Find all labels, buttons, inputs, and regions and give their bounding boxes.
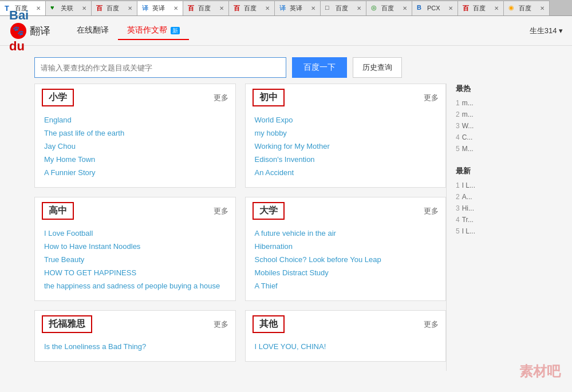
daxue-item-5[interactable]: A Thief (255, 282, 278, 290)
tuofu-header: 托福雅思 更多 (35, 311, 235, 338)
tab-6[interactable]: 百 百度 ✕ (229, 1, 275, 15)
tab-7[interactable]: 译 英译 ✕ (275, 1, 321, 15)
tab-10-close[interactable]: ✕ (448, 5, 453, 11)
daxue-list: A future vehicle in the air Hibernation … (246, 224, 446, 295)
watermark: 素材吧 (519, 362, 561, 371)
list-item: Is the Loneliness a Bad Thing? (44, 340, 226, 353)
sidebar-hot-text-3: W... (462, 122, 474, 130)
tab-10-label: PCX (427, 5, 446, 11)
qita-more[interactable]: 更多 (424, 319, 439, 330)
chuzhong-item-2[interactable]: my hobby (255, 129, 287, 137)
nav-tabs: 在线翻译 英语作文帮 新 (68, 22, 189, 40)
chuzhong-item-5[interactable]: An Accident (255, 168, 294, 177)
tab-6-icon: 百 (234, 4, 242, 12)
tab-8-close[interactable]: ✕ (357, 5, 361, 11)
xiaoxue-item-3[interactable]: Jay Chou (44, 142, 76, 151)
daxue-item-2[interactable]: Hibernation (255, 242, 293, 251)
chuzhong-item-3[interactable]: Working for My Mother (255, 142, 330, 151)
sidebar-hot: 最热 1m... 2m... 3W... 4C... 5M... (456, 84, 538, 155)
gaozhong-item-1[interactable]: I Love Football (44, 229, 93, 237)
list-item: I Love Football (44, 227, 226, 240)
sidebar-hot-item-3[interactable]: 3W... (456, 120, 538, 132)
xiaoxue-item-4[interactable]: My Home Town (44, 155, 95, 164)
list-item: A Funnier Story (44, 166, 226, 179)
history-button[interactable]: 历史查询 (353, 57, 402, 78)
sidebar-hot-item-1[interactable]: 1m... (456, 97, 538, 109)
sidebar-hot-item-2[interactable]: 2m... (456, 109, 538, 120)
sidebar-hot-num-1: 1 (456, 99, 460, 107)
gaozhong-more[interactable]: 更多 (214, 206, 228, 216)
search-button[interactable]: 百度一下 (292, 57, 347, 78)
daxue-item-3[interactable]: School Choice? Look before You Leap (255, 255, 381, 264)
gaozhong-item-5[interactable]: the happiness and sadness of people buyi… (44, 282, 220, 290)
chuzhong-item-4[interactable]: Edison's Invention (255, 155, 315, 164)
tab-7-icon: 译 (279, 4, 287, 12)
gaozhong-item-2[interactable]: How to Have Instant Noodles (44, 242, 140, 251)
qita-item-1[interactable]: I LOVE YOU, CHINA! (255, 342, 326, 351)
search-input[interactable] (34, 57, 286, 78)
xiaoxue-item-5[interactable]: A Funnier Story (44, 168, 96, 177)
logo-text: Bai🐾du (9, 8, 29, 54)
list-item: England (44, 113, 226, 126)
sidebar-hot-item-4[interactable]: 4C... (456, 132, 538, 143)
tab-10-icon: B (417, 4, 425, 12)
tab-5-close[interactable]: ✕ (219, 5, 224, 11)
tab-4-close[interactable]: ✕ (173, 5, 178, 11)
tab-3-label: 百度 (106, 4, 125, 13)
chuzhong-more[interactable]: 更多 (424, 93, 439, 103)
tab-2[interactable]: ♥ 关联 ✕ (46, 1, 92, 15)
tab-3[interactable]: 百 百度 ✕ (92, 1, 137, 15)
tab-9-close[interactable]: ✕ (403, 5, 407, 11)
qita-header: 其他 更多 (246, 311, 446, 338)
content-area: 小学 更多 England The past life of the earth… (34, 84, 446, 371)
tab-9[interactable]: ◎ 百度 ✕ (366, 1, 412, 15)
sidebar-new-item-2[interactable]: 2A... (456, 191, 538, 203)
sidebar-hot-list: 1m... 2m... 3W... 4C... 5M... (456, 97, 538, 155)
list-item: World Expo (255, 113, 437, 126)
list-item: How to Have Instant Noodles (44, 240, 226, 253)
nav-tab-essay[interactable]: 英语作文帮 新 (118, 22, 189, 40)
tab-11-close[interactable]: ✕ (494, 5, 499, 11)
xiaoxue-more[interactable]: 更多 (214, 93, 228, 103)
tab-3-close[interactable]: ✕ (128, 5, 132, 11)
tab-10[interactable]: B PCX ✕ (412, 1, 458, 15)
tab-12[interactable]: ◉ 百度 ✕ (504, 1, 550, 15)
sidebar-hot-num-3: 3 (456, 122, 460, 130)
tab-11[interactable]: 百 百度 ✕ (458, 1, 504, 15)
tuofu-item-1[interactable]: Is the Loneliness a Bad Thing? (44, 342, 146, 351)
sidebar-hot-text-2: m... (462, 110, 474, 118)
daxue-more[interactable]: 更多 (424, 206, 439, 216)
sidebar-new-item-3[interactable]: 3Hi... (456, 203, 538, 214)
daxue-item-4[interactable]: Mobiles Distract Study (255, 268, 329, 277)
sidebar-hot-item-5[interactable]: 5M... (456, 143, 538, 155)
tab-9-label: 百度 (381, 4, 400, 13)
nav-tab-essay-label: 英语作文帮 (127, 25, 167, 34)
sidebar-new-item-4[interactable]: 4Tr... (456, 214, 538, 225)
sidebar-new-text-5: I L... (462, 227, 475, 235)
gaozhong-item-4[interactable]: HOW TO GET HAPPINESS (44, 268, 136, 277)
tab-2-close[interactable]: ✕ (82, 5, 86, 11)
gaozhong-header: 高中 更多 (35, 197, 235, 224)
tab-8[interactable]: □ 百度 ✕ (321, 1, 366, 15)
sidebar-new-item-5[interactable]: 5I L... (456, 225, 538, 237)
tab-6-close[interactable]: ✕ (265, 5, 270, 11)
gaozhong-item-3[interactable]: True Beauty (44, 255, 84, 264)
tab-7-close[interactable]: ✕ (311, 5, 315, 11)
list-item: the happiness and sadness of people buyi… (44, 279, 226, 292)
tuofu-list: Is the Loneliness a Bad Thing? (35, 338, 235, 355)
tab-5[interactable]: 百 百度 ✕ (183, 1, 229, 15)
user-info[interactable]: 生生314 ▾ (530, 26, 563, 36)
xiaoxue-item-1[interactable]: England (44, 116, 72, 124)
nav-tab-online[interactable]: 在线翻译 (68, 22, 118, 40)
qita-list: I LOVE YOU, CHINA! (246, 338, 446, 355)
list-item: School Choice? Look before You Leap (255, 253, 437, 266)
xiaoxue-item-2[interactable]: The past life of the earth (44, 129, 124, 137)
sidebar-new-num-2: 2 (456, 193, 460, 201)
tuofu-more[interactable]: 更多 (214, 319, 228, 330)
tab-12-close[interactable]: ✕ (540, 5, 545, 11)
daxue-item-1[interactable]: A future vehicle in the air (255, 229, 336, 237)
chuzhong-item-1[interactable]: World Expo (255, 116, 293, 124)
sidebar-new-text-4: Tr... (462, 216, 474, 224)
sidebar-new-item-1[interactable]: 1I L... (456, 180, 538, 191)
tab-4[interactable]: 译 英译 ✕ (137, 1, 183, 15)
